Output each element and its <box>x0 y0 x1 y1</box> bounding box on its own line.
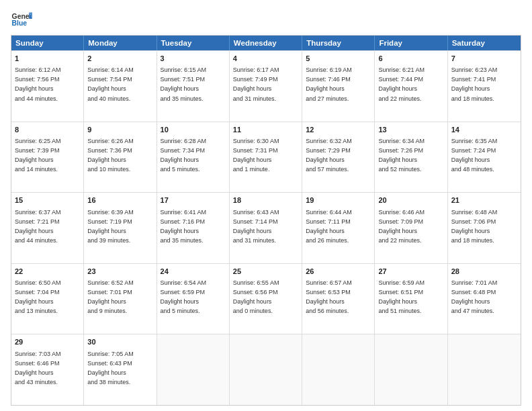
day-number: 15 <box>15 195 80 205</box>
cal-cell: 1Sunrise: 6:12 AMSunset: 7:56 PMDaylight… <box>11 51 84 122</box>
day-number: 16 <box>87 195 152 205</box>
cal-cell: 11Sunrise: 6:30 AMSunset: 7:31 PMDayligh… <box>230 122 302 193</box>
day-number: 4 <box>233 54 298 64</box>
sun-info: Sunrise: 6:14 AMSunset: 7:54 PMDaylight … <box>87 66 134 101</box>
sun-info: Sunrise: 6:12 AMSunset: 7:56 PMDaylight … <box>15 66 61 101</box>
cal-cell: 21Sunrise: 6:48 AMSunset: 7:06 PMDayligh… <box>448 193 521 263</box>
cal-cell <box>302 334 375 405</box>
day-number: 20 <box>378 195 443 205</box>
cal-cell <box>375 334 447 405</box>
cal-cell: 28Sunrise: 7:01 AMSunset: 6:48 PMDayligh… <box>448 264 521 334</box>
header-sunday: Sunday <box>11 36 84 50</box>
header-wednesday: Wednesday <box>230 36 302 50</box>
header-thursday: Thursday <box>302 36 375 50</box>
week-row-0: 1Sunrise: 6:12 AMSunset: 7:56 PMDaylight… <box>11 50 521 122</box>
cal-cell: 5Sunrise: 6:19 AMSunset: 7:46 PMDaylight… <box>302 51 375 122</box>
day-number: 22 <box>15 267 80 277</box>
sun-info: Sunrise: 6:48 AMSunset: 7:06 PMDaylight … <box>451 209 498 244</box>
week-row-3: 22Sunrise: 6:50 AMSunset: 7:04 PMDayligh… <box>11 263 521 334</box>
page: General Blue Sunday Monday Tuesday Wedne… <box>0 0 532 411</box>
cal-cell: 27Sunrise: 6:59 AMSunset: 6:51 PMDayligh… <box>375 264 447 334</box>
header-saturday: Saturday <box>448 36 521 50</box>
logo-icon: General Blue <box>11 8 32 30</box>
sun-info: Sunrise: 6:34 AMSunset: 7:26 PMDaylight … <box>378 138 425 173</box>
sun-info: Sunrise: 6:26 AMSunset: 7:36 PMDaylight … <box>87 138 134 173</box>
calendar: Sunday Monday Tuesday Wednesday Thursday… <box>11 35 521 406</box>
sun-info: Sunrise: 6:52 AMSunset: 7:01 PMDaylight … <box>87 279 134 314</box>
sun-info: Sunrise: 6:30 AMSunset: 7:31 PMDaylight … <box>233 138 279 173</box>
cal-cell: 3Sunrise: 6:15 AMSunset: 7:51 PMDaylight… <box>157 51 230 122</box>
day-number: 7 <box>451 54 517 64</box>
sun-info: Sunrise: 7:03 AMSunset: 6:46 PMDaylight … <box>15 351 61 385</box>
header-tuesday: Tuesday <box>157 36 230 50</box>
day-number: 14 <box>451 125 517 135</box>
sun-info: Sunrise: 6:46 AMSunset: 7:09 PMDaylight … <box>378 209 425 244</box>
day-number: 2 <box>87 54 152 64</box>
cal-cell <box>157 334 230 405</box>
cal-cell: 24Sunrise: 6:54 AMSunset: 6:59 PMDayligh… <box>157 264 230 334</box>
sun-info: Sunrise: 7:01 AMSunset: 6:48 PMDaylight … <box>451 279 498 314</box>
day-number: 25 <box>233 267 298 277</box>
cal-cell: 4Sunrise: 6:17 AMSunset: 7:49 PMDaylight… <box>230 51 302 122</box>
day-number: 8 <box>15 125 80 135</box>
calendar-header: Sunday Monday Tuesday Wednesday Thursday… <box>11 36 521 50</box>
week-row-4: 29Sunrise: 7:03 AMSunset: 6:46 PMDayligh… <box>11 334 521 405</box>
cal-cell: 17Sunrise: 6:41 AMSunset: 7:16 PMDayligh… <box>157 193 230 263</box>
cal-cell: 30Sunrise: 7:05 AMSunset: 6:43 PMDayligh… <box>84 334 157 405</box>
cal-cell: 29Sunrise: 7:03 AMSunset: 6:46 PMDayligh… <box>11 334 84 405</box>
sun-info: Sunrise: 6:41 AMSunset: 7:16 PMDaylight … <box>161 209 207 244</box>
cal-cell: 19Sunrise: 6:44 AMSunset: 7:11 PMDayligh… <box>302 193 375 263</box>
cal-cell: 9Sunrise: 6:26 AMSunset: 7:36 PMDaylight… <box>84 122 157 193</box>
sun-info: Sunrise: 6:17 AMSunset: 7:49 PMDaylight … <box>233 66 279 101</box>
sun-info: Sunrise: 6:43 AMSunset: 7:14 PMDaylight … <box>233 209 279 244</box>
cal-cell: 16Sunrise: 6:39 AMSunset: 7:19 PMDayligh… <box>84 193 157 263</box>
cal-cell <box>448 334 521 405</box>
sun-info: Sunrise: 6:44 AMSunset: 7:11 PMDaylight … <box>306 209 352 244</box>
cal-cell: 10Sunrise: 6:28 AMSunset: 7:34 PMDayligh… <box>157 122 230 193</box>
day-number: 12 <box>306 125 371 135</box>
day-number: 11 <box>233 125 298 135</box>
logo: General Blue <box>11 8 32 30</box>
sun-info: Sunrise: 6:28 AMSunset: 7:34 PMDaylight … <box>161 138 207 173</box>
cal-cell: 23Sunrise: 6:52 AMSunset: 7:01 PMDayligh… <box>84 264 157 334</box>
calendar-body: 1Sunrise: 6:12 AMSunset: 7:56 PMDaylight… <box>11 50 521 405</box>
day-number: 24 <box>161 267 226 277</box>
sun-info: Sunrise: 6:21 AMSunset: 7:44 PMDaylight … <box>378 66 425 101</box>
cal-cell: 15Sunrise: 6:37 AMSunset: 7:21 PMDayligh… <box>11 193 84 263</box>
sun-info: Sunrise: 7:05 AMSunset: 6:43 PMDaylight … <box>87 351 134 385</box>
cal-cell: 18Sunrise: 6:43 AMSunset: 7:14 PMDayligh… <box>230 193 302 263</box>
cal-cell: 6Sunrise: 6:21 AMSunset: 7:44 PMDaylight… <box>375 51 447 122</box>
sun-info: Sunrise: 6:59 AMSunset: 6:51 PMDaylight … <box>378 279 425 314</box>
sun-info: Sunrise: 6:55 AMSunset: 6:56 PMDaylight … <box>233 279 279 314</box>
cal-cell: 22Sunrise: 6:50 AMSunset: 7:04 PMDayligh… <box>11 264 84 334</box>
week-row-2: 15Sunrise: 6:37 AMSunset: 7:21 PMDayligh… <box>11 192 521 263</box>
sun-info: Sunrise: 6:37 AMSunset: 7:21 PMDaylight … <box>15 209 61 244</box>
cal-cell: 2Sunrise: 6:14 AMSunset: 7:54 PMDaylight… <box>84 51 157 122</box>
cal-cell: 12Sunrise: 6:32 AMSunset: 7:29 PMDayligh… <box>302 122 375 193</box>
cal-cell <box>230 334 302 405</box>
day-number: 27 <box>378 267 443 277</box>
cal-cell: 7Sunrise: 6:23 AMSunset: 7:41 PMDaylight… <box>448 51 521 122</box>
week-row-1: 8Sunrise: 6:25 AMSunset: 7:39 PMDaylight… <box>11 122 521 193</box>
day-number: 10 <box>161 125 226 135</box>
cal-cell: 14Sunrise: 6:35 AMSunset: 7:24 PMDayligh… <box>448 122 521 193</box>
day-number: 23 <box>87 267 152 277</box>
day-number: 29 <box>15 337 80 347</box>
sun-info: Sunrise: 6:23 AMSunset: 7:41 PMDaylight … <box>451 66 498 101</box>
sun-info: Sunrise: 6:35 AMSunset: 7:24 PMDaylight … <box>451 138 498 173</box>
header-friday: Friday <box>375 36 447 50</box>
sun-info: Sunrise: 6:57 AMSunset: 6:53 PMDaylight … <box>306 279 352 314</box>
sun-info: Sunrise: 6:32 AMSunset: 7:29 PMDaylight … <box>306 138 352 173</box>
day-number: 21 <box>451 195 517 205</box>
sun-info: Sunrise: 6:25 AMSunset: 7:39 PMDaylight … <box>15 138 61 173</box>
day-number: 13 <box>378 125 443 135</box>
day-number: 17 <box>161 195 226 205</box>
day-number: 3 <box>161 54 226 64</box>
day-number: 5 <box>306 54 371 64</box>
day-number: 19 <box>306 195 371 205</box>
day-number: 26 <box>306 267 371 277</box>
day-number: 18 <box>233 195 298 205</box>
cal-cell: 8Sunrise: 6:25 AMSunset: 7:39 PMDaylight… <box>11 122 84 193</box>
day-number: 6 <box>378 54 443 64</box>
sun-info: Sunrise: 6:15 AMSunset: 7:51 PMDaylight … <box>161 66 207 101</box>
